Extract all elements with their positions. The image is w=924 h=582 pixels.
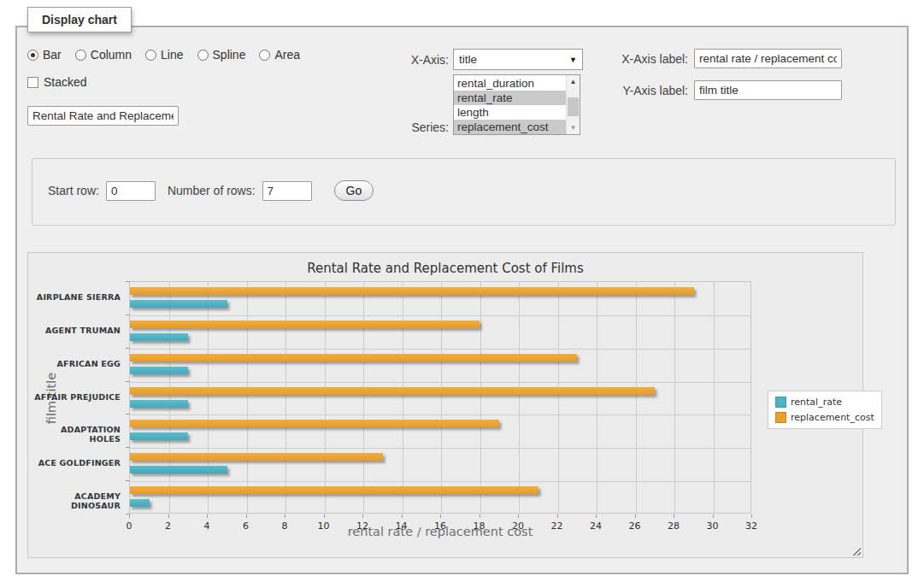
chart-type-label: Column	[91, 48, 132, 62]
chart-type-radio-spline[interactable]: Spline	[197, 48, 246, 62]
x-axis-select-label: X-Axis:	[387, 53, 449, 67]
category-label: ACE GOLDFINGER	[28, 458, 121, 467]
chart-type-radio-area[interactable]: Area	[259, 48, 300, 62]
chart-type-radio-column[interactable]: Column	[75, 48, 132, 62]
bar-replacement-cost	[130, 354, 577, 362]
chevron-down-icon: ▼	[569, 56, 577, 64]
gridline-vertical	[403, 282, 403, 513]
bar-replacement-cost	[130, 387, 655, 395]
legend-item-replacement_cost: replacement_cost	[775, 412, 874, 423]
gridline-horizontal	[130, 315, 750, 316]
y-tick-mark	[126, 414, 130, 414]
legend-swatch	[775, 412, 786, 423]
x-tick-mark	[557, 514, 558, 518]
bar-rental-rate	[130, 333, 188, 341]
category-label: AFFAIR PREJUDICE	[28, 392, 121, 402]
gridline-vertical	[519, 282, 520, 513]
x-tick-label: 12	[345, 520, 380, 532]
x-axis-select[interactable]: title ▼	[453, 49, 583, 70]
bar-replacement-cost	[130, 420, 499, 427]
bar-rental-rate	[130, 466, 227, 473]
category-label: ACADEMY DINOSAUR	[28, 491, 121, 510]
resize-handle-icon[interactable]	[851, 546, 861, 556]
chart-legend: rental_ratereplacement_cost	[768, 391, 882, 429]
gridline-vertical	[208, 282, 209, 513]
bar-rental-rate	[130, 432, 188, 440]
go-button[interactable]: Go	[334, 180, 374, 201]
gridline-horizontal	[130, 382, 750, 383]
y-tick-mark	[126, 315, 130, 315]
bar-rental-rate	[130, 367, 188, 374]
y-tick-mark	[126, 281, 130, 282]
stacked-checkbox[interactable]: Stacked	[27, 75, 87, 89]
gridline-vertical	[441, 282, 442, 513]
gridline-vertical	[597, 282, 597, 513]
scroll-down-icon[interactable]: ▼	[567, 121, 580, 134]
chart-type-radio-bar[interactable]: Bar	[27, 48, 62, 62]
series-select-label: Series:	[387, 121, 449, 134]
y-axis-label-input[interactable]	[694, 80, 842, 100]
x-tick-mark	[635, 514, 636, 518]
start-row-input[interactable]	[106, 181, 156, 201]
x-tick-label: 2	[151, 520, 185, 532]
chart-container: Rental Rate and Replacement Cost of Film…	[27, 252, 863, 558]
category-label: AIRPLANE SIERRA	[28, 292, 121, 302]
chart-type-radio-line[interactable]: Line	[145, 48, 183, 62]
x-tick-mark	[168, 514, 169, 518]
y-axis-label-caption: Y-Axis label:	[607, 84, 688, 97]
x-tick-label: 30	[696, 520, 730, 532]
bar-replacement-cost	[130, 486, 539, 494]
gridline-horizontal	[130, 481, 750, 482]
category-label: ADAPTATION HOLES	[28, 425, 121, 444]
gridline-vertical	[363, 282, 364, 513]
x-tick-mark	[362, 514, 363, 518]
series-option-length[interactable]: length	[454, 105, 566, 120]
y-tick-mark	[126, 447, 130, 448]
gridline-horizontal	[130, 448, 750, 449]
scrollbar-thumb[interactable]	[568, 97, 579, 116]
x-tick-mark	[246, 514, 247, 518]
gridline-vertical	[325, 282, 326, 513]
stacked-label: Stacked	[44, 75, 87, 89]
legend-item-rental_rate: rental_rate	[775, 397, 874, 408]
series-option-rental_rate[interactable]: rental_rate	[454, 91, 566, 105]
x-tick-label: 20	[501, 520, 535, 532]
x-tick-label: 0	[112, 520, 146, 532]
bar-rental-rate	[130, 400, 188, 408]
x-tick-label: 18	[462, 520, 497, 532]
gridline-horizontal	[130, 349, 750, 350]
radio-icon	[259, 50, 270, 61]
chart-title-input[interactable]	[27, 106, 179, 126]
gridline-vertical	[636, 282, 637, 513]
series-listbox[interactable]: rental_durationrental_ratelengthreplacem…	[453, 74, 580, 135]
legend-label: replacement_cost	[791, 412, 874, 423]
radio-icon	[145, 50, 156, 61]
listbox-scrollbar[interactable]: ▲ ▼	[566, 75, 580, 134]
x-tick-mark	[440, 514, 441, 518]
x-axis-selected-value: title	[459, 53, 569, 66]
row-range-box: Start row: Number of rows: Go	[32, 158, 896, 226]
gridline-vertical	[285, 282, 286, 513]
panel-title: Display chart	[27, 7, 132, 32]
display-chart-panel: Display chart BarColumnLineSplineArea St…	[15, 26, 909, 574]
x-tick-mark	[402, 514, 403, 518]
chart-type-label: Line	[161, 48, 183, 62]
x-axis-label-input[interactable]	[694, 49, 842, 68]
chart-type-label: Bar	[43, 48, 62, 62]
chart-type-label: Area	[274, 48, 300, 62]
scroll-up-icon[interactable]: ▲	[567, 75, 580, 88]
series-option-rental_duration[interactable]: rental_duration	[454, 76, 566, 91]
gridline-horizontal	[130, 414, 750, 415]
radio-icon	[75, 50, 86, 61]
y-tick-mark	[126, 480, 130, 481]
chart-type-label: Spline	[213, 48, 246, 62]
bar-replacement-cost	[130, 320, 480, 328]
x-tick-mark	[324, 514, 325, 518]
x-tick-mark	[751, 514, 752, 518]
bar-replacement-cost	[130, 453, 383, 461]
legend-swatch	[775, 397, 786, 408]
x-tick-mark	[480, 514, 480, 518]
y-tick-mark	[126, 381, 130, 382]
num-rows-input[interactable]	[262, 181, 312, 201]
series-option-replacement_cost[interactable]: replacement_cost	[454, 120, 566, 134]
